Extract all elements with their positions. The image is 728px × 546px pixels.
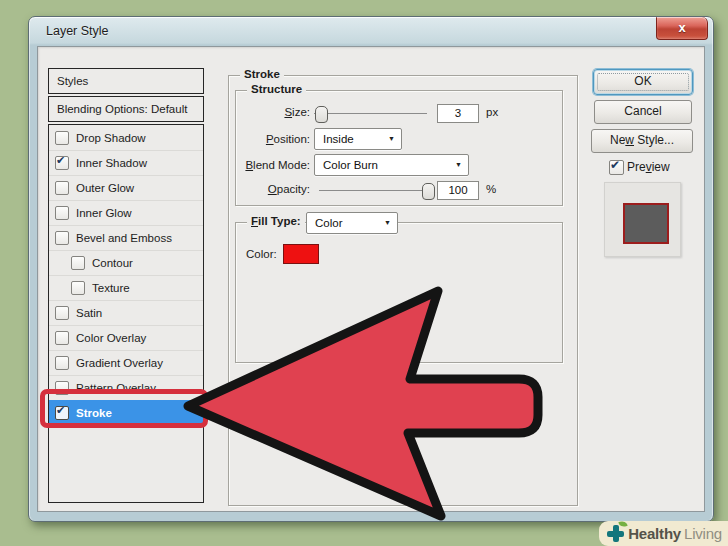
position-dropdown[interactable]: Inside ▼ xyxy=(314,128,402,150)
checkbox[interactable]: ✔ xyxy=(55,231,69,245)
check-icon: ✔ xyxy=(610,158,620,172)
list-item-contour[interactable]: ✔ Contour xyxy=(49,250,203,276)
opacity-label: Opacity: xyxy=(236,183,310,195)
dialog-content: Styles Blending Options: Default ✔ Drop … xyxy=(37,46,705,512)
checkbox[interactable]: ✔ xyxy=(55,331,69,345)
check-icon: ✔ xyxy=(56,404,65,417)
new-style-button[interactable]: New Style... xyxy=(591,129,693,153)
stroke-color-swatch[interactable] xyxy=(283,244,319,264)
list-item-label: Inner Shadow xyxy=(76,157,147,169)
watermark-bold-text: Healthy xyxy=(628,525,681,542)
list-item-label: Pattern Overlay xyxy=(76,382,156,394)
list-item-outer-glow[interactable]: ✔ Outer Glow xyxy=(49,175,203,201)
fill-type-value: Color xyxy=(315,217,342,229)
list-item-pattern-overlay[interactable]: ✔ Pattern Overlay xyxy=(49,375,203,401)
style-preview-swatch xyxy=(623,203,669,244)
blend-mode-label: Blend Mode: xyxy=(236,159,310,171)
chevron-down-icon: ▼ xyxy=(384,213,391,233)
position-value: Inside xyxy=(323,133,354,145)
blending-options-label: Blending Options: Default xyxy=(49,97,203,121)
list-item-label: Satin xyxy=(76,307,102,319)
list-item-label: Stroke xyxy=(76,407,112,419)
preview-checkbox[interactable]: ✔ xyxy=(609,160,624,175)
checkbox[interactable]: ✔ xyxy=(71,256,85,270)
layer-style-dialog: Layer Style x Styles Blending Options: D… xyxy=(28,16,714,522)
stroke-panel-title: Stroke xyxy=(240,68,284,80)
leaf-icon xyxy=(619,520,628,528)
size-unit: px xyxy=(486,106,498,118)
opacity-input[interactable]: 100 xyxy=(437,181,479,200)
watermark: Healthy Living xyxy=(599,521,728,546)
list-item-bevel-emboss[interactable]: ✔ Bevel and Emboss xyxy=(49,225,203,251)
color-label: Color: xyxy=(246,248,277,260)
opacity-unit: % xyxy=(486,183,496,195)
dialog-title: Layer Style xyxy=(46,24,109,38)
position-label: Position: xyxy=(236,133,310,145)
structure-group-title: Structure xyxy=(247,83,306,95)
list-item-label: Contour xyxy=(92,257,133,269)
list-item-drop-shadow[interactable]: ✔ Drop Shadow xyxy=(49,125,203,151)
ok-button[interactable]: OK xyxy=(593,69,693,95)
styles-list: ✔ Drop Shadow ✔ Inner Shadow ✔ Outer Glo… xyxy=(48,124,204,503)
checkbox[interactable]: ✔ xyxy=(55,356,69,370)
size-slider-track[interactable] xyxy=(314,113,427,114)
opacity-slider-track[interactable] xyxy=(319,190,434,191)
fill-type-label: Fill Type: xyxy=(247,215,305,227)
list-item-stroke[interactable]: ✔ Stroke xyxy=(49,400,203,426)
structure-group: Structure Size: 3 px Position: Inside ▼ … xyxy=(235,90,563,206)
style-preview-thumbnail xyxy=(604,182,681,257)
checkbox[interactable]: ✔ xyxy=(55,131,69,145)
list-item-inner-glow[interactable]: ✔ Inner Glow xyxy=(49,200,203,226)
list-item-gradient-overlay[interactable]: ✔ Gradient Overlay xyxy=(49,350,203,376)
check-icon: ✔ xyxy=(56,154,65,167)
opacity-slider-thumb[interactable] xyxy=(422,183,435,200)
list-item-color-overlay[interactable]: ✔ Color Overlay xyxy=(49,325,203,351)
list-item-label: Gradient Overlay xyxy=(76,357,163,369)
checkbox[interactable]: ✔ xyxy=(55,181,69,195)
fill-type-group: Fill Type: Color ▼ Color: xyxy=(235,222,563,363)
checkbox[interactable]: ✔ xyxy=(55,306,69,320)
checkbox[interactable]: ✔ xyxy=(55,206,69,220)
blend-mode-value: Color Burn xyxy=(323,159,378,171)
fill-type-dropdown[interactable]: Color ▼ xyxy=(306,212,398,234)
list-item-label: Outer Glow xyxy=(76,182,134,194)
list-item-label: Color Overlay xyxy=(76,332,146,344)
preview-label: Preview xyxy=(627,160,670,174)
list-item-label: Texture xyxy=(92,282,130,294)
styles-header-label: Styles xyxy=(49,69,203,93)
chevron-down-icon: ▼ xyxy=(388,129,395,149)
styles-header-box[interactable]: Styles xyxy=(48,68,204,94)
checkbox[interactable]: ✔ xyxy=(55,381,69,395)
size-label: Size: xyxy=(236,106,310,118)
checkbox[interactable]: ✔ xyxy=(71,281,85,295)
list-item-label: Inner Glow xyxy=(76,207,132,219)
list-item-satin[interactable]: ✔ Satin xyxy=(49,300,203,326)
watermark-light-text: Living xyxy=(684,525,722,542)
blending-options-item[interactable]: Blending Options: Default xyxy=(48,96,204,122)
list-item-label: Bevel and Emboss xyxy=(76,232,172,244)
close-icon: x xyxy=(678,20,685,35)
size-input[interactable]: 3 xyxy=(437,104,479,123)
blend-mode-dropdown[interactable]: Color Burn ▼ xyxy=(314,154,469,176)
list-item-inner-shadow[interactable]: ✔ Inner Shadow xyxy=(49,150,203,176)
health-cross-icon xyxy=(607,525,624,542)
chevron-down-icon: ▼ xyxy=(455,155,462,175)
title-bar[interactable]: Layer Style x xyxy=(29,17,713,46)
checkbox[interactable]: ✔ xyxy=(55,156,69,170)
list-item-label: Drop Shadow xyxy=(76,132,146,144)
cancel-button[interactable]: Cancel xyxy=(594,100,692,124)
size-slider-thumb[interactable] xyxy=(315,106,328,123)
list-item-texture[interactable]: ✔ Texture xyxy=(49,275,203,301)
close-button[interactable]: x xyxy=(656,17,708,40)
checkbox[interactable]: ✔ xyxy=(55,406,69,420)
